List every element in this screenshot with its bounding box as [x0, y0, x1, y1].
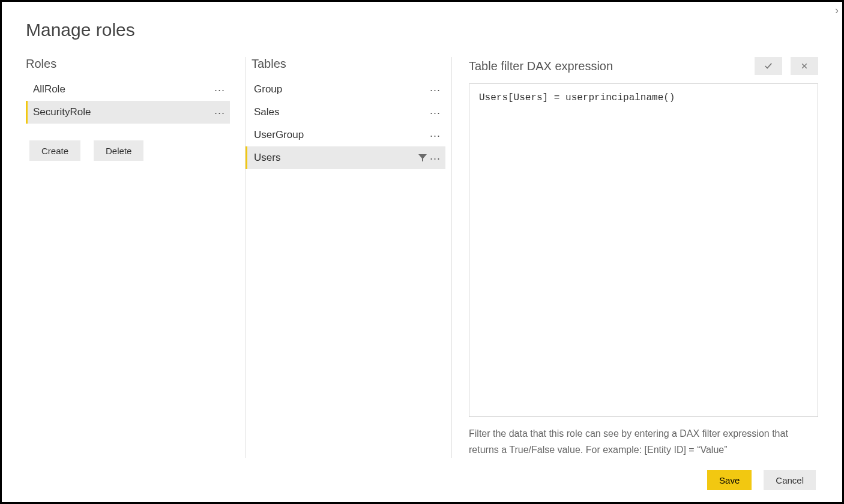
- table-item-label: Sales: [254, 106, 430, 118]
- table-item-sales[interactable]: Sales ...: [246, 101, 445, 124]
- roles-column: Roles AllRole ... SecurityRole ... Creat…: [26, 57, 230, 458]
- dax-header: Table filter DAX expression: [469, 59, 613, 73]
- roles-header: Roles: [26, 57, 230, 71]
- dialog-columns: Roles AllRole ... SecurityRole ... Creat…: [26, 57, 818, 458]
- role-item-label: AllRole: [33, 83, 214, 95]
- role-buttons-row: Create Delete: [26, 140, 230, 161]
- dialog-title: Manage roles: [26, 20, 818, 40]
- dax-help-text: Filter the data that this role can see b…: [469, 425, 818, 458]
- table-item-usergroup[interactable]: UserGroup ...: [246, 124, 445, 146]
- role-item-label: SecurityRole: [33, 106, 214, 118]
- dax-header-row: Table filter DAX expression: [469, 57, 818, 75]
- check-icon: [764, 62, 773, 70]
- create-role-button[interactable]: Create: [29, 140, 80, 161]
- dialog-footer: Save Cancel: [26, 470, 818, 490]
- save-button[interactable]: Save: [707, 470, 752, 490]
- tables-header: Tables: [246, 57, 445, 71]
- table-item-label: Users: [254, 152, 418, 164]
- role-item-allrole[interactable]: AllRole ...: [26, 78, 230, 101]
- role-item-securityrole[interactable]: SecurityRole ...: [26, 101, 230, 124]
- table-item-group[interactable]: Group ...: [246, 78, 445, 101]
- table-item-users[interactable]: Users ...: [246, 146, 445, 169]
- manage-roles-dialog: Manage roles Roles AllRole ... SecurityR…: [2, 2, 842, 502]
- dax-action-buttons: [755, 57, 818, 75]
- ellipsis-icon[interactable]: ...: [214, 105, 225, 119]
- table-item-label: Group: [254, 83, 430, 95]
- filter-icon: [418, 153, 427, 163]
- ellipsis-icon[interactable]: ...: [430, 128, 441, 142]
- dax-column: Table filter DAX expression: [452, 57, 818, 458]
- svg-marker-0: [418, 154, 427, 162]
- revert-expression-button[interactable]: [791, 57, 818, 75]
- table-item-label: UserGroup: [254, 129, 430, 141]
- cancel-button[interactable]: Cancel: [764, 470, 816, 490]
- tables-column: Tables Group ... Sales ... UserGroup ...: [245, 57, 452, 458]
- dax-expression-input[interactable]: [469, 83, 818, 417]
- x-icon: [801, 62, 808, 70]
- ellipsis-icon[interactable]: ...: [430, 151, 441, 165]
- ellipsis-icon[interactable]: ...: [214, 82, 225, 97]
- close-chevron-icon[interactable]: ›: [835, 4, 839, 17]
- verify-expression-button[interactable]: [755, 57, 782, 75]
- ellipsis-icon[interactable]: ...: [430, 105, 441, 119]
- delete-role-button[interactable]: Delete: [94, 140, 143, 161]
- ellipsis-icon[interactable]: ...: [430, 82, 441, 97]
